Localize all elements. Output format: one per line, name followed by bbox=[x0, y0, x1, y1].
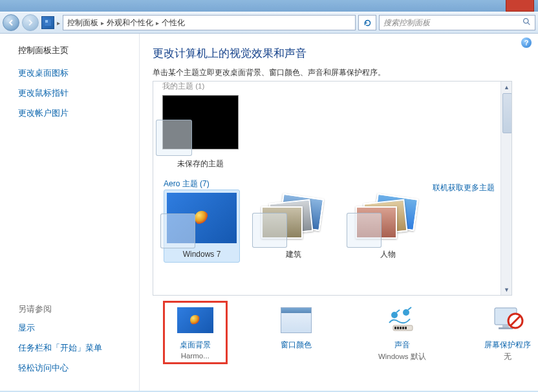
help-icon[interactable]: ? bbox=[521, 38, 532, 48]
screensaver-button[interactable]: 屏幕保护程序 无 bbox=[478, 305, 538, 362]
themes-panel: ▲ ▼ 我的主题 (1) 未保存的主题 联机获取更多主题 Aero 主题 (7) bbox=[153, 81, 512, 296]
titlebar bbox=[0, 0, 538, 12]
content-area: ? 更改计算机上的视觉效果和声音 单击某个主题立即更改桌面背景、窗口颜色、声音和… bbox=[140, 34, 538, 391]
breadcrumb-item[interactable]: 外观和个性化 bbox=[107, 17, 153, 28]
aero-theme-architecture[interactable]: 建筑 bbox=[255, 192, 332, 260]
theme-thumbnail bbox=[259, 192, 328, 243]
desktop-background-icon bbox=[177, 305, 213, 336]
page-description: 单击某个主题立即更改桌面背景、窗口颜色、声音和屏幕保护程序。 bbox=[153, 67, 538, 78]
setting-title: 桌面背景 bbox=[180, 340, 211, 351]
svg-rect-11 bbox=[405, 327, 407, 329]
sidebar-link-mouse-pointers[interactable]: 更改鼠标指针 bbox=[18, 88, 131, 99]
breadcrumb-item[interactable]: 控制面板 bbox=[67, 17, 98, 28]
svg-rect-9 bbox=[400, 327, 402, 329]
aero-theme-characters[interactable]: 人物 bbox=[350, 192, 426, 260]
search-icon bbox=[522, 17, 531, 28]
theme-item-unsaved[interactable]: 未保存的主题 bbox=[162, 95, 239, 169]
svg-point-2 bbox=[524, 19, 528, 23]
svg-rect-7 bbox=[394, 327, 396, 329]
chevron-right-icon: ▸ bbox=[101, 19, 104, 27]
svg-rect-13 bbox=[502, 325, 509, 327]
chevron-right-icon: ▸ bbox=[156, 19, 159, 27]
theme-name: 建筑 bbox=[286, 249, 301, 260]
window-color-button[interactable]: 窗口颜色 bbox=[266, 305, 327, 362]
sidebar-link-account-picture[interactable]: 更改帐户图片 bbox=[18, 108, 131, 119]
setting-subtitle: Harmo... bbox=[181, 352, 210, 360]
scrollbar-vertical[interactable]: ▲ ▼ bbox=[500, 82, 511, 295]
back-button[interactable] bbox=[3, 14, 19, 31]
setting-title: 屏幕保护程序 bbox=[484, 340, 531, 351]
personalization-settings-row: 桌面背景 Harmo... 窗口颜色 bbox=[153, 296, 538, 362]
page-title: 更改计算机上的视觉效果和声音 bbox=[153, 47, 538, 61]
chevron-right-icon: ▸ bbox=[57, 19, 60, 27]
breadcrumb-item[interactable]: 个性化 bbox=[162, 17, 185, 28]
search-placeholder: 搜索控制面板 bbox=[383, 17, 430, 28]
theme-thumbnail bbox=[353, 192, 423, 243]
search-input[interactable]: 搜索控制面板 bbox=[379, 15, 535, 30]
refresh-button[interactable] bbox=[358, 15, 376, 30]
theme-name: 人物 bbox=[380, 249, 396, 260]
setting-subtitle: Windows 默认 bbox=[378, 352, 426, 362]
get-more-themes-link[interactable]: 联机获取更多主题 bbox=[433, 182, 495, 193]
setting-title: 窗口颜色 bbox=[281, 340, 312, 351]
aero-themes-row: Windows 7 建筑 bbox=[162, 192, 508, 260]
desktop-background-button[interactable]: 桌面背景 Harmo... bbox=[164, 302, 226, 363]
body: 控制面板主页 更改桌面图标 更改鼠标指针 更改帐户图片 另请参阅 显示 任务栏和… bbox=[0, 34, 538, 391]
svg-rect-14 bbox=[499, 327, 513, 329]
theme-name: 未保存的主题 bbox=[177, 158, 224, 169]
breadcrumb[interactable]: 控制面板 ▸ 外观和个性化 ▸ 个性化 bbox=[63, 15, 356, 30]
setting-subtitle: 无 bbox=[504, 352, 511, 362]
sidebar: 控制面板主页 更改桌面图标 更改鼠标指针 更改帐户图片 另请参阅 显示 任务栏和… bbox=[0, 34, 140, 391]
setting-title: 声音 bbox=[394, 340, 410, 351]
svg-rect-10 bbox=[402, 327, 404, 329]
theme-thumbnail bbox=[162, 95, 239, 152]
sidebar-link-desktop-icons[interactable]: 更改桌面图标 bbox=[18, 68, 131, 79]
sidebar-link-display[interactable]: 显示 bbox=[18, 323, 131, 334]
scroll-down-icon[interactable]: ▼ bbox=[501, 284, 512, 295]
personalization-window: ▸ 控制面板 ▸ 外观和个性化 ▸ 个性化 搜索控制面板 控制面板主页 更改桌面… bbox=[0, 0, 538, 392]
screensaver-icon bbox=[490, 305, 526, 336]
see-also-header: 另请参阅 bbox=[18, 304, 131, 315]
control-panel-home-link[interactable]: 控制面板主页 bbox=[18, 45, 131, 56]
svg-rect-1 bbox=[45, 20, 48, 23]
address-icon bbox=[41, 16, 54, 29]
navigation-bar: ▸ 控制面板 ▸ 外观和个性化 ▸ 个性化 搜索控制面板 bbox=[0, 12, 538, 34]
sound-icon bbox=[384, 305, 420, 336]
svg-rect-8 bbox=[397, 327, 399, 329]
close-button[interactable] bbox=[506, 0, 534, 12]
forward-button[interactable] bbox=[22, 14, 39, 31]
sounds-button[interactable]: 声音 Windows 默认 bbox=[372, 305, 432, 362]
svg-line-3 bbox=[528, 23, 530, 25]
sidebar-link-taskbar[interactable]: 任务栏和「开始」菜单 bbox=[18, 343, 131, 354]
theme-name: Windows 7 bbox=[183, 250, 221, 259]
my-themes-label: 我的主题 (1) bbox=[162, 82, 508, 91]
sidebar-link-ease-of-access[interactable]: 轻松访问中心 bbox=[18, 363, 131, 374]
window-color-icon bbox=[278, 305, 314, 336]
aero-theme-windows7[interactable]: Windows 7 bbox=[164, 190, 240, 263]
